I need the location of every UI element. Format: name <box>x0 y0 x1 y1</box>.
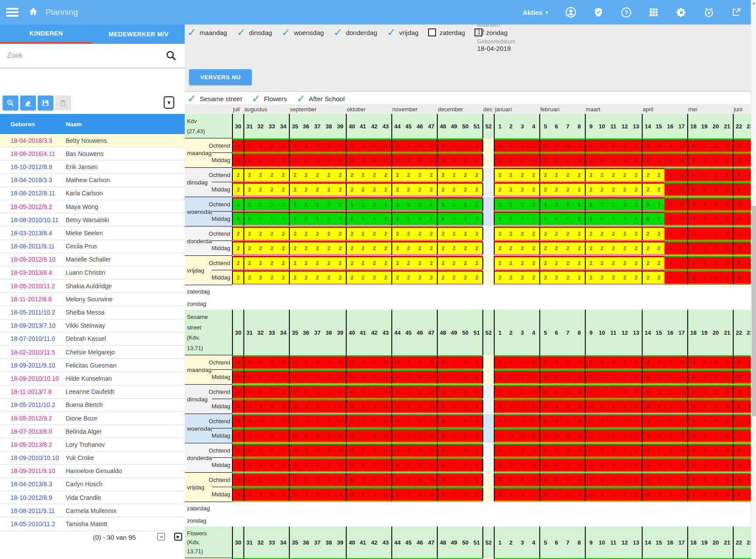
capacity-cell: 2 <box>380 182 391 197</box>
weekday-checkbox-woensdag[interactable]: ✓woensdag <box>281 27 324 38</box>
shield-check-icon[interactable] <box>593 7 604 18</box>
table-row[interactable]: 18-08-2016/4.11Bas Nouwens <box>0 147 185 160</box>
checked-icon[interactable]: ✓ <box>237 27 246 38</box>
cells-area: 0000000000000000000000000000000000000000… <box>232 414 751 443</box>
checked-icon[interactable]: ✓ <box>296 93 305 104</box>
table-row[interactable]: 18-03-2013/8.4Luann Christin <box>0 266 185 280</box>
weekday-checkbox-maandag[interactable]: ✓maandag <box>187 27 227 38</box>
capacity-cell: 2 <box>460 182 471 197</box>
table-row[interactable]: 18-05-2011/10.2Shelba Messa <box>0 306 185 319</box>
months-header-row: juliaugustusseptemberoktobernovemberdece… <box>185 104 751 114</box>
group-title-line: Flowers <box>187 531 232 536</box>
scrollbar-thumb[interactable] <box>752 206 756 416</box>
table-row[interactable]: 18-09-2012/8.10Marielle Schaller <box>0 253 185 266</box>
open-in-new-icon[interactable] <box>731 7 742 18</box>
table-row[interactable]: 18-11-2012/8.8Melony Sourwine <box>0 293 185 306</box>
table-row[interactable]: 18-08-2011/9.11Carmela Mullennix <box>0 504 185 517</box>
search-icon[interactable] <box>165 50 177 63</box>
table-row[interactable]: 18-08-2012/8.11Karla Carlson <box>0 187 185 200</box>
location-checkbox-after-school[interactable]: ✓After School <box>296 93 345 104</box>
week-number: 4 <box>528 310 539 355</box>
checked-icon[interactable]: ✓ <box>187 27 196 38</box>
tab-kinderen[interactable]: KINDEREN <box>0 25 92 44</box>
table-row[interactable]: 18-05-2013/8.2Lory Trohanov <box>0 438 185 451</box>
capacity-cell: 1 <box>425 212 437 226</box>
table-row[interactable]: 18-10-2012/8.9Vida Crandle <box>0 491 185 504</box>
alarm-add-icon[interactable] <box>703 7 714 18</box>
table-row[interactable]: 18-09-2013/7.10Vikki Steinway <box>0 319 185 333</box>
table-row[interactable]: 18-05-2012/9.2Maya Wong <box>0 200 185 213</box>
weekday-checkbox-donderdag[interactable]: ✓donderdag <box>334 27 377 38</box>
column-geboren: Geboren <box>0 121 66 127</box>
ververs-nu-button[interactable]: VERVERS NU <box>189 69 252 85</box>
home-icon[interactable] <box>28 6 39 18</box>
table-row[interactable]: 18-03-2013/8.4Mieke Seelen <box>0 226 185 240</box>
capacity-cell <box>482 153 494 167</box>
capacity-cell: 0 <box>346 443 357 458</box>
chevron-right-icon[interactable]: ▶ <box>174 533 182 541</box>
capacity-cell: 0 <box>414 458 425 472</box>
table-row[interactable]: 18-08-2010/10.11Betsy Warsalski <box>0 213 185 226</box>
apps-grid-icon[interactable] <box>648 7 659 18</box>
checked-icon[interactable]: ✓ <box>187 93 196 104</box>
table-row[interactable]: 18-11-2013/7.8Leeanne Daufeldt <box>0 386 185 399</box>
maanden-value[interactable]: 12 <box>477 28 515 35</box>
capacity-cell: 0 <box>323 458 334 472</box>
table-row[interactable]: 18-09-2011/9.10Hannelore Gesualdo <box>0 465 185 478</box>
table-row[interactable]: 18-09-2011/9.10Felicitas Guesman <box>0 359 185 372</box>
table-row[interactable]: 18-07-2010/11.0Debrah Kassel <box>0 333 185 346</box>
checked-icon[interactable]: ✓ <box>252 93 260 104</box>
table-row[interactable]: 18-04-2018/3.3Betty Nouwens <box>0 134 185 147</box>
account-icon[interactable] <box>565 7 577 18</box>
table-row[interactable]: 18-09-2010/10.10Yuk Croke <box>0 452 185 465</box>
settings-gear-icon[interactable] <box>675 7 687 18</box>
location-checkbox-flowers[interactable]: ✓Flowers <box>252 93 287 104</box>
table-row[interactable]: 18-04-2013/8.3Carlyn Hosch <box>0 478 185 491</box>
menu-icon[interactable] <box>6 8 18 17</box>
akties-menu[interactable]: Akties▼ <box>523 9 549 16</box>
dropdown-select-icon[interactable]: ▼ <box>164 96 174 109</box>
table-row[interactable]: 18-07-2013/8.0Belinda Alger <box>0 425 185 438</box>
zoom-in-icon[interactable] <box>3 96 18 110</box>
checked-icon[interactable]: ✓ <box>281 27 290 38</box>
capacity-cell: 2 <box>619 270 630 285</box>
table-row[interactable]: 18-05-2012/9.2Dione Boze <box>0 412 185 425</box>
search-input[interactable]: Zoek <box>0 44 185 68</box>
table-row[interactable]: 18-05-2010/11.2Shakia Auldridge <box>0 280 185 293</box>
scroll-up-icon[interactable]: ▲ <box>751 1 756 5</box>
geboortedatum-value[interactable]: 18-04-2018 <box>477 45 515 52</box>
weekday-checkbox-dinsdag[interactable]: ✓dinsdag <box>237 27 272 38</box>
unchecked-box-icon[interactable] <box>428 28 436 36</box>
weekday-checkbox-vrijdag[interactable]: ✓vrijdag <box>387 27 418 38</box>
weekday-checkbox-zaterdag[interactable]: zaterdag <box>428 28 465 36</box>
table-row[interactable]: 18-02-2010/11.5Chelsie Melgarejo <box>0 346 185 359</box>
table-row[interactable]: 18-09-2010/10.10Hilde Kunselman <box>0 372 185 385</box>
capacity-cell: 1 <box>460 212 471 226</box>
table-row[interactable]: 18-10-2012/8.9Erik Jansen <box>0 160 185 173</box>
capacity-cell: 2 <box>642 226 653 241</box>
location-checkbox-sesame-street[interactable]: ✓Sesame street <box>187 93 242 104</box>
week-number: 8 <box>573 527 585 558</box>
table-row[interactable]: 18-05-2011/10.2Buena Bertch <box>0 399 185 412</box>
week-number: 1 <box>494 114 505 138</box>
capacity-cell: 0 <box>710 270 721 285</box>
tab-medewerker[interactable]: MEDEWERKER M/V <box>92 25 185 44</box>
chevron-left-icon[interactable]: ◀ <box>157 533 165 541</box>
slot-label-ochtend: Ochtend <box>212 414 232 428</box>
save-icon[interactable] <box>38 96 53 110</box>
checked-icon[interactable]: ✓ <box>387 27 396 38</box>
capacity-cell: 0 <box>687 241 699 255</box>
capacity-cell: 0 <box>687 138 699 153</box>
eraser-icon[interactable] <box>20 96 36 110</box>
table-row[interactable]: 18-04-2018/3.3Mathew Carlson <box>0 174 185 187</box>
cells-row: 0000000000000000000000000000000000000000… <box>232 385 751 399</box>
help-icon[interactable]: ? <box>620 7 632 18</box>
table-row[interactable]: 18-08-2011/9.11Cecila Prus <box>0 240 185 253</box>
month-label: juni <box>733 106 751 113</box>
checked-icon[interactable]: ✓ <box>334 27 342 38</box>
capacity-cell: 2 <box>517 256 528 270</box>
vertical-scrollbar[interactable]: ▲ <box>751 0 756 559</box>
table-row[interactable]: 18-05-2010/11.2Tamisha Matott <box>0 517 185 531</box>
capacity-cell: 0 <box>289 385 300 399</box>
capacity-cell: 0 <box>460 428 471 443</box>
